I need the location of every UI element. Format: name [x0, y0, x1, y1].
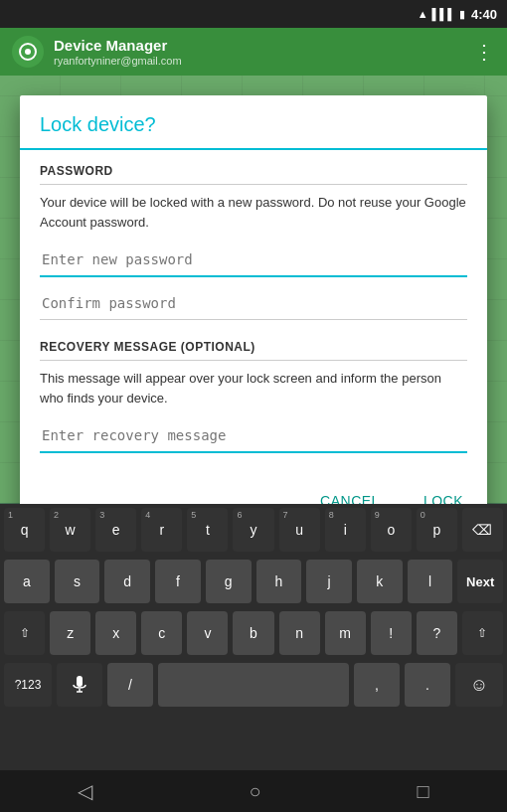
new-password-input[interactable]	[40, 244, 467, 277]
key-z[interactable]: z	[50, 611, 90, 655]
key-c[interactable]: c	[141, 611, 182, 655]
key-d[interactable]: d	[104, 560, 150, 603]
next-key[interactable]: Next	[457, 560, 503, 603]
app-subtitle: ryanfortyniner@gmail.com	[54, 55, 464, 67]
key-x[interactable]: x	[95, 611, 136, 655]
lock-device-dialog: Lock device? PASSWORD Your device will b…	[20, 95, 487, 529]
key-4[interactable]: 4r	[141, 508, 182, 552]
number-row: 1q 2w 3e 4r 5t 6y 7u 8i 9o 0p ⌫	[0, 504, 507, 556]
key-f[interactable]: f	[155, 560, 201, 603]
key-a[interactable]: a	[4, 560, 50, 603]
app-icon	[12, 36, 44, 68]
key-n[interactable]: n	[279, 611, 320, 655]
key-0[interactable]: 0p	[417, 508, 457, 552]
key-7[interactable]: 7u	[279, 508, 320, 552]
key-l[interactable]: l	[408, 560, 453, 603]
key-3[interactable]: 3e	[95, 508, 136, 552]
password-divider	[40, 184, 467, 185]
app-title: Device Manager	[54, 37, 464, 55]
keyboard-row-4: ?123 / , . ☺	[0, 659, 507, 711]
key-6[interactable]: 6y	[233, 508, 273, 552]
key-period[interactable]: .	[405, 663, 450, 707]
status-time: 4:40	[471, 7, 497, 22]
keyboard: 1q 2w 3e 4r 5t 6y 7u 8i 9o 0p ⌫ a s d f …	[0, 504, 507, 812]
key-exclamation[interactable]: !	[371, 611, 412, 655]
key-j[interactable]: j	[306, 560, 352, 603]
key-question[interactable]: ?	[417, 611, 457, 655]
home-nav-icon[interactable]: ○	[249, 780, 260, 803]
recovery-section-label: RECOVERY MESSAGE (OPTIONAL)	[40, 340, 467, 354]
recovery-divider	[40, 360, 467, 361]
key-h[interactable]: h	[256, 560, 302, 603]
keyboard-row-2: a s d f g h j k l Next	[0, 556, 507, 607]
spacebar-key[interactable]	[158, 663, 349, 707]
shift-key-2[interactable]: ⇧	[462, 611, 503, 655]
recovery-message-input[interactable]	[40, 419, 467, 453]
dialog-overlay: Lock device? PASSWORD Your device will b…	[0, 76, 507, 529]
wifi-icon: ▲	[418, 8, 428, 20]
key-k[interactable]: k	[357, 560, 403, 603]
nav-bar: ◁ ○ □	[0, 770, 507, 812]
dialog-title: Lock device?	[20, 95, 487, 150]
svg-point-1	[25, 49, 31, 55]
app-bar: Device Manager ryanfortyniner@gmail.com …	[0, 28, 507, 76]
key-comma[interactable]: ,	[354, 663, 400, 707]
key-9[interactable]: 9o	[371, 508, 412, 552]
password-section-label: PASSWORD	[40, 164, 467, 178]
battery-icon: ▮	[459, 8, 465, 21]
key-s[interactable]: s	[55, 560, 100, 603]
key-b[interactable]: b	[233, 611, 273, 655]
dialog-body: PASSWORD Your device will be locked with…	[20, 150, 487, 477]
key-8[interactable]: 8i	[325, 508, 366, 552]
key-5[interactable]: 5t	[187, 508, 228, 552]
confirm-password-input[interactable]	[40, 287, 467, 320]
key-g[interactable]: g	[206, 560, 252, 603]
app-info: Device Manager ryanfortyniner@gmail.com	[54, 37, 464, 67]
mic-key[interactable]	[57, 663, 102, 707]
key-slash[interactable]: /	[107, 663, 153, 707]
key-m[interactable]: m	[325, 611, 366, 655]
signal-icon: ▌▌▌	[432, 8, 455, 20]
status-icons: ▲ ▌▌▌ ▮	[418, 8, 465, 21]
backspace-key[interactable]: ⌫	[462, 508, 503, 552]
shift-key[interactable]: ⇧	[4, 611, 45, 655]
recovery-description: This message will appear over your lock …	[40, 369, 467, 407]
emoji-key[interactable]: ☺	[455, 663, 503, 707]
svg-rect-2	[77, 676, 83, 687]
recovery-section: RECOVERY MESSAGE (OPTIONAL) This message…	[40, 340, 467, 463]
key-v[interactable]: v	[187, 611, 228, 655]
back-nav-icon[interactable]: ◁	[78, 779, 92, 803]
recent-nav-icon[interactable]: □	[417, 780, 428, 803]
keyboard-row-3: ⇧ z x c v b n m ! ? ⇧	[0, 607, 507, 659]
key-2[interactable]: 2w	[50, 508, 90, 552]
symbols-key[interactable]: ?123	[4, 663, 52, 707]
overflow-menu-icon[interactable]: ⋮	[474, 40, 495, 64]
password-description: Your device will be locked with a new pa…	[40, 193, 467, 232]
status-bar: ▲ ▌▌▌ ▮ 4:40	[0, 0, 507, 28]
key-1[interactable]: 1q	[4, 508, 45, 552]
